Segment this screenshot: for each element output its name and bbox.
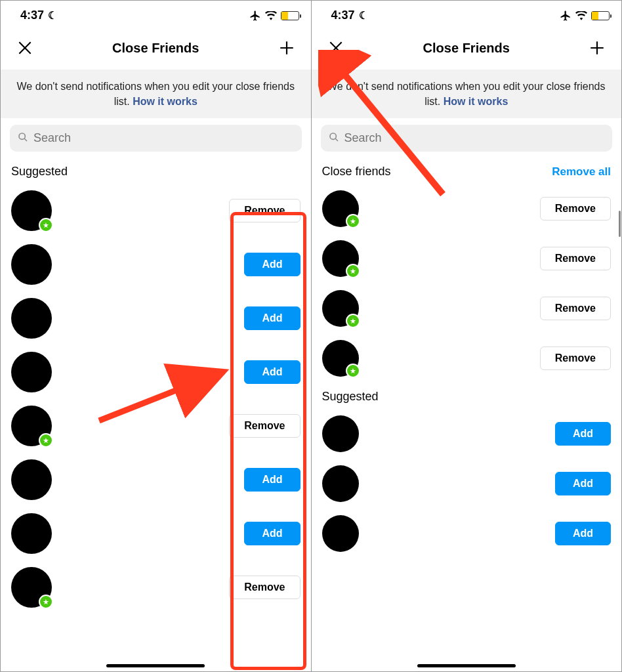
avatar[interactable] bbox=[322, 340, 359, 377]
avatar[interactable] bbox=[322, 240, 359, 277]
avatar[interactable] bbox=[11, 513, 52, 554]
avatar[interactable] bbox=[11, 190, 52, 231]
close-button[interactable] bbox=[12, 35, 37, 60]
add-button[interactable]: Add bbox=[244, 253, 300, 276]
list-item: Add bbox=[11, 453, 301, 507]
scroll-indicator bbox=[619, 211, 621, 237]
battery-icon bbox=[591, 11, 610, 20]
wifi-icon bbox=[265, 11, 277, 20]
suggested-list: RemoveAddAddAddRemoveAddAddRemove bbox=[1, 184, 311, 614]
avatar[interactable] bbox=[11, 406, 52, 446]
list-item: Remove bbox=[11, 399, 301, 453]
status-bar: 4:37 ☾ bbox=[1, 1, 311, 26]
header: Close Friends bbox=[1, 26, 311, 70]
how-it-works-link[interactable]: How it works bbox=[133, 96, 197, 107]
close-friend-star-icon bbox=[39, 595, 53, 609]
remove-button[interactable]: Remove bbox=[229, 199, 300, 222]
close-friend-star-icon bbox=[39, 218, 53, 232]
remove-button[interactable]: Remove bbox=[229, 576, 300, 599]
home-indicator bbox=[417, 664, 516, 667]
remove-button[interactable]: Remove bbox=[540, 297, 611, 320]
section-header-suggested: Suggested bbox=[1, 158, 311, 184]
list-item: Add bbox=[322, 459, 612, 509]
avatar[interactable] bbox=[11, 244, 52, 285]
search-icon bbox=[329, 132, 339, 145]
list-item: Remove bbox=[322, 234, 612, 284]
avatar[interactable] bbox=[11, 567, 52, 608]
add-button[interactable] bbox=[585, 35, 610, 60]
add-button[interactable] bbox=[274, 35, 299, 60]
status-bar: 4:37 ☾ bbox=[312, 1, 622, 26]
add-button[interactable]: Add bbox=[244, 522, 300, 545]
status-time: 4:37 bbox=[20, 9, 44, 22]
svg-point-2 bbox=[330, 133, 336, 139]
avatar[interactable] bbox=[322, 190, 359, 227]
avatar[interactable] bbox=[322, 465, 359, 502]
add-button[interactable]: Add bbox=[244, 468, 300, 492]
close-friend-star-icon bbox=[346, 314, 360, 328]
info-banner: We don't send notifications when you edi… bbox=[312, 70, 622, 118]
list-item: Add bbox=[322, 409, 612, 459]
list-item: Add bbox=[11, 507, 301, 560]
list-item: Add bbox=[11, 291, 301, 345]
section-header-suggested: Suggested bbox=[312, 383, 622, 409]
list-item: Remove bbox=[322, 184, 612, 234]
close-friend-star-icon bbox=[346, 214, 360, 228]
search-input[interactable] bbox=[344, 131, 605, 145]
remove-button[interactable]: Remove bbox=[540, 247, 611, 270]
phone-right: 4:37 ☾ Close Friends We don't send notif… bbox=[312, 1, 622, 671]
how-it-works-link[interactable]: How it works bbox=[444, 96, 508, 107]
search-field[interactable] bbox=[10, 125, 302, 152]
search-field[interactable] bbox=[321, 125, 613, 152]
remove-button[interactable]: Remove bbox=[229, 414, 300, 438]
add-button[interactable]: Add bbox=[555, 472, 611, 495]
list-item: Add bbox=[11, 345, 301, 399]
add-button[interactable]: Add bbox=[244, 306, 300, 330]
plus-icon bbox=[278, 39, 295, 56]
dnd-icon: ☾ bbox=[48, 9, 57, 22]
section-title: Suggested bbox=[322, 390, 379, 404]
close-button[interactable] bbox=[323, 35, 348, 60]
avatar[interactable] bbox=[322, 415, 359, 452]
page-title: Close Friends bbox=[348, 41, 585, 56]
avatar[interactable] bbox=[11, 459, 52, 500]
section-header-close-friends: Close friends Remove all bbox=[312, 158, 622, 184]
close-icon bbox=[16, 39, 33, 56]
wifi-icon bbox=[575, 11, 587, 20]
dnd-icon: ☾ bbox=[359, 9, 368, 22]
add-button[interactable]: Add bbox=[244, 360, 300, 384]
header: Close Friends bbox=[312, 26, 622, 70]
search-container bbox=[312, 118, 622, 158]
close-icon bbox=[327, 39, 344, 56]
add-button[interactable]: Add bbox=[555, 522, 611, 545]
search-input[interactable] bbox=[33, 131, 294, 145]
list-item: Remove bbox=[322, 333, 612, 383]
section-title: Close friends bbox=[322, 165, 391, 178]
list-item: Remove bbox=[322, 284, 612, 333]
close-friend-star-icon bbox=[346, 264, 360, 278]
close-friend-star-icon bbox=[39, 433, 53, 448]
airplane-icon bbox=[249, 10, 261, 22]
home-indicator bbox=[106, 664, 205, 667]
avatar[interactable] bbox=[322, 515, 359, 552]
remove-button[interactable]: Remove bbox=[540, 346, 611, 370]
add-button[interactable]: Add bbox=[555, 422, 611, 446]
page-title: Close Friends bbox=[37, 41, 274, 56]
phone-left: 4:37 ☾ Close Friends We don't send notif… bbox=[1, 1, 312, 671]
avatar[interactable] bbox=[11, 298, 52, 339]
status-time: 4:37 bbox=[331, 9, 355, 22]
search-container bbox=[1, 118, 311, 158]
airplane-icon bbox=[560, 10, 571, 22]
info-banner: We don't send notifications when you edi… bbox=[1, 70, 311, 118]
list-item: Remove bbox=[11, 184, 301, 238]
list-item: Add bbox=[322, 509, 612, 558]
close-friends-list: RemoveRemoveRemoveRemove bbox=[312, 184, 622, 383]
search-icon bbox=[18, 132, 28, 145]
avatar[interactable] bbox=[11, 352, 52, 392]
suggested-list: AddAddAdd bbox=[312, 409, 622, 558]
remove-all-button[interactable]: Remove all bbox=[552, 165, 611, 178]
svg-point-0 bbox=[19, 133, 25, 139]
remove-button[interactable]: Remove bbox=[540, 197, 611, 220]
avatar[interactable] bbox=[322, 290, 359, 327]
list-item: Add bbox=[11, 238, 301, 291]
